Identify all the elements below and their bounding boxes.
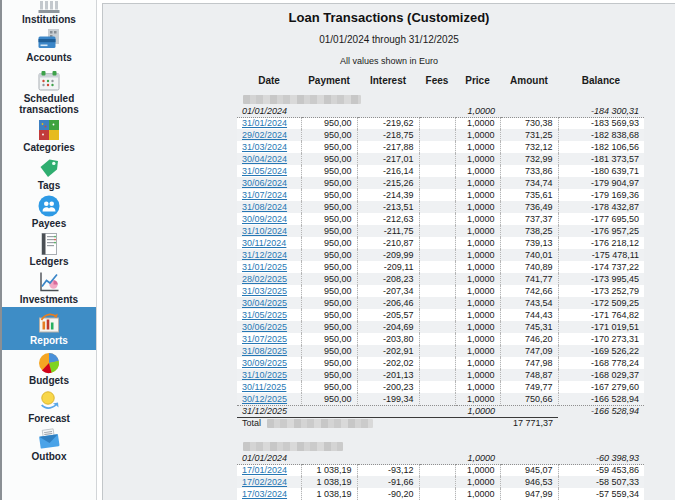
transaction-row: 17/03/20241 038,19-90,201,0000947,99-57 …: [237, 488, 644, 500]
transaction-row: 31/03/2025950,00-207,341,0000742,66-173 …: [237, 285, 644, 297]
transaction-date-link[interactable]: 30/06/2025: [242, 322, 287, 332]
opening-balance-row: 01/01/20241,0000-60 398,93: [237, 452, 644, 464]
sidebar-item-label: Investments: [20, 294, 78, 305]
outbox-envelope-icon: [36, 427, 62, 451]
transaction-date-link[interactable]: 30/11/2025: [242, 382, 286, 392]
transaction-row: 31/07/2024950,00-214,391,0000735,61-179 …: [237, 189, 644, 201]
transaction-row: 31/10/2025950,00-201,131,0000748,87-168 …: [237, 369, 644, 381]
sidebar-item-ledgers[interactable]: Ledgers: [2, 231, 96, 269]
sidebar-item-categories[interactable]: Categories: [2, 117, 96, 155]
transaction-date-link[interactable]: 31/12/2024: [242, 250, 287, 260]
account-name-row: [237, 439, 644, 452]
sidebar-item-label: Scheduled transactions: [2, 93, 96, 115]
sidebar-item-tags[interactable]: Tags: [2, 155, 96, 193]
transaction-row: 30/04/2024950,00-217,011,0000732,99-181 …: [237, 153, 644, 165]
transaction-row: 28/02/2025950,00-208,231,0000741,77-173 …: [237, 273, 644, 285]
pie-chart-icon: [36, 351, 62, 375]
transaction-row: 17/01/20241 038,19-93,121,0000945,07-59 …: [237, 464, 644, 476]
transaction-date-link[interactable]: 30/11/2024: [242, 238, 286, 248]
transaction-date-link[interactable]: 31/05/2025: [242, 310, 287, 320]
credit-card-icon: [36, 28, 62, 52]
column-header-interest: Interest: [357, 75, 419, 92]
transaction-date-link[interactable]: 30/04/2025: [242, 298, 287, 308]
opening-balance-row: 01/01/20241,0000-184 300,31: [237, 105, 644, 117]
sidebar-item-label: Ledgers: [30, 256, 69, 267]
transaction-row: 31/08/2025950,00-202,911,0000747,09-169 …: [237, 345, 644, 357]
sidebar-item-label: Payees: [32, 218, 66, 229]
column-header-balance: Balance: [558, 75, 644, 92]
sidebar-item-scheduled-transactions[interactable]: Scheduled transactions: [2, 65, 96, 117]
transaction-date-link[interactable]: 31/07/2024: [242, 190, 287, 200]
forecast-weather-icon: [36, 389, 62, 413]
column-header-price: Price: [455, 75, 500, 92]
column-header-amount: Amount: [500, 75, 558, 92]
transaction-row: 30/09/2024950,00-212,631,0000737,37-177 …: [237, 213, 644, 225]
transaction-row: 31/01/2025950,00-209,111,0000740,89-174 …: [237, 261, 644, 273]
table-header-row: DatePaymentInterestFeesPriceAmountBalanc…: [237, 75, 644, 92]
color-grid-icon: [36, 118, 62, 142]
sidebar-item-institutions[interactable]: Institutions: [2, 0, 96, 27]
sidebar-item-label: Institutions: [22, 14, 76, 25]
sidebar-item-outbox[interactable]: Outbox: [2, 426, 96, 464]
redacted-account-name: [243, 442, 343, 451]
transaction-row: 30/11/2025950,00-200,231,0000749,77-167 …: [237, 381, 644, 393]
sidebar-item-label: Accounts: [26, 52, 72, 63]
transaction-date-link[interactable]: 30/04/2024: [242, 154, 287, 164]
transaction-row: 30/11/2024950,00-210,871,0000739,13-176 …: [237, 237, 644, 249]
column-header-date: Date: [237, 75, 301, 92]
transaction-date-link[interactable]: 31/03/2024: [242, 142, 287, 152]
sidebar-item-forecast[interactable]: Forecast: [2, 388, 96, 426]
transaction-date-link[interactable]: 31/03/2025: [242, 286, 287, 296]
transaction-date-link[interactable]: 31/01/2024: [242, 118, 287, 128]
transaction-row: 30/12/2025950,00-199,341,0000750,66-166 …: [237, 393, 644, 405]
transaction-row: 30/04/2025950,00-206,461,0000743,54-172 …: [237, 297, 644, 309]
transaction-row: 31/10/2024950,00-211,751,0000738,25-176 …: [237, 225, 644, 237]
transaction-date-link[interactable]: 17/02/2024: [242, 477, 287, 487]
sidebar-item-payees[interactable]: Payees: [2, 193, 96, 231]
transaction-date-link[interactable]: 29/02/2024: [242, 130, 287, 140]
transaction-row: 31/05/2025950,00-205,571,0000744,43-171 …: [237, 309, 644, 321]
transaction-date-link[interactable]: 31/07/2025: [242, 334, 287, 344]
sidebar-item-label: Budgets: [29, 375, 69, 386]
transaction-date-link[interactable]: 31/10/2024: [242, 226, 287, 236]
account-total-row: Total 17 771,37: [237, 417, 644, 429]
transaction-row: 29/02/2024950,00-218,751,0000731,25-182 …: [237, 129, 644, 141]
transaction-date-link[interactable]: 31/08/2024: [242, 202, 287, 212]
report-period: 01/01/2024 through 31/12/2025: [103, 34, 675, 45]
sidebar-item-accounts[interactable]: Accounts: [2, 27, 96, 65]
transaction-date-link[interactable]: 17/03/2024: [242, 489, 287, 499]
transaction-date-link[interactable]: 31/10/2025: [242, 370, 287, 380]
transaction-date-link[interactable]: 30/09/2025: [242, 358, 287, 368]
tag-icon: [36, 156, 62, 180]
sidebar-item-label: Outbox: [32, 451, 67, 462]
sidebar-item-reports[interactable]: Reports: [2, 307, 96, 350]
sidebar-item-label: Forecast: [28, 413, 70, 424]
transaction-row: 31/05/2024950,00-216,141,0000733,86-180 …: [237, 165, 644, 177]
transaction-row: 31/03/2024950,00-217,881,0000732,12-182 …: [237, 141, 644, 153]
transaction-date-link[interactable]: 30/06/2024: [242, 178, 287, 188]
redacted-total-account-name: [267, 419, 373, 428]
total-amount: 17 771,37: [500, 417, 558, 429]
transaction-date-link[interactable]: 30/09/2024: [242, 214, 287, 224]
report-title: Loan Transactions (Customized): [103, 10, 675, 25]
sidebar-item-budgets[interactable]: Budgets: [2, 350, 96, 388]
sidebar-item-label: Categories: [23, 142, 75, 153]
sidebar-item-investments[interactable]: Investments: [2, 269, 96, 307]
transaction-row: 30/06/2025950,00-204,691,0000745,31-171 …: [237, 321, 644, 333]
transaction-date-link[interactable]: 28/02/2025: [242, 274, 287, 284]
transaction-row: 30/09/2025950,00-202,021,0000747,98-168 …: [237, 357, 644, 369]
calendar-icon: [36, 69, 62, 93]
transaction-row: 31/07/2025950,00-203,801,0000746,20-170 …: [237, 333, 644, 345]
report-view: Loan Transactions (Customized) 01/01/202…: [102, 3, 675, 500]
transaction-date-link[interactable]: 30/12/2025: [242, 394, 287, 404]
sidebar-item-label: Reports: [30, 335, 68, 346]
currency-note: All values shown in Euro: [103, 56, 675, 66]
transaction-date-link[interactable]: 31/08/2025: [242, 346, 287, 356]
column-header-payment: Payment: [301, 75, 357, 92]
transaction-row: 31/12/2024950,00-209,991,0000740,01-175 …: [237, 249, 644, 261]
ledger-book-icon: [36, 232, 62, 256]
loan-transactions-table: DatePaymentInterestFeesPriceAmountBalanc…: [237, 75, 644, 500]
transaction-date-link[interactable]: 31/05/2024: [242, 166, 287, 176]
transaction-date-link[interactable]: 17/01/2024: [242, 465, 287, 475]
transaction-date-link[interactable]: 31/01/2025: [242, 262, 287, 272]
